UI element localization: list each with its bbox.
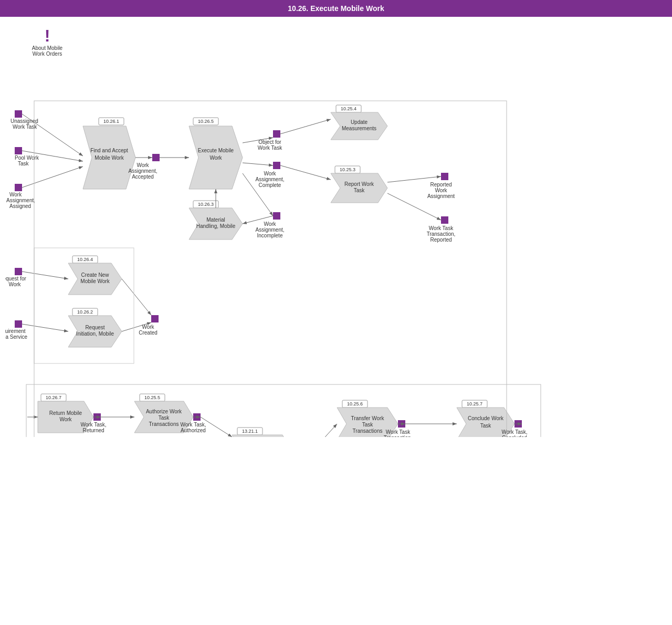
svg-text:Concluded: Concluded xyxy=(502,435,527,437)
svg-text:Mobile Work: Mobile Work xyxy=(80,278,110,284)
svg-text:Assigned: Assigned xyxy=(9,203,31,209)
svg-line-77 xyxy=(22,324,68,331)
svg-text:Transaction,: Transaction, xyxy=(427,231,456,237)
header-title: 10.26. Execute Mobile Work xyxy=(288,4,384,13)
svg-text:Transactions: Transactions xyxy=(353,428,383,434)
svg-text:Handling, Mobile: Handling, Mobile xyxy=(196,223,236,229)
svg-text:Mobile Work: Mobile Work xyxy=(94,155,124,161)
svg-text:Work Task: Work Task xyxy=(386,429,411,435)
svg-text:10.25.4: 10.25.4 xyxy=(341,106,356,111)
svg-text:10.26.1: 10.26.1 xyxy=(103,119,119,124)
svg-text:Task: Task xyxy=(354,188,365,193)
svg-text:Report Work: Report Work xyxy=(344,181,374,187)
svg-text:for a Service: for a Service xyxy=(5,334,28,340)
svg-text:Update: Update xyxy=(351,119,368,125)
svg-text:10.25.3: 10.25.3 xyxy=(340,167,355,172)
svg-text:Work Task: Work Task xyxy=(429,225,454,231)
svg-text:Assignment,: Assignment, xyxy=(6,197,35,203)
svg-text:10.25.7: 10.25.7 xyxy=(467,401,482,407)
svg-text:Work Task,: Work Task, xyxy=(80,422,106,428)
svg-text:Reported: Reported xyxy=(430,237,452,243)
svg-text:Find and Accept: Find and Accept xyxy=(90,148,128,153)
wa-complete-sq xyxy=(273,162,280,169)
svg-text:Created: Created xyxy=(139,330,158,336)
svg-text:Work: Work xyxy=(209,155,222,161)
header: 10.26. Execute Mobile Work xyxy=(0,0,672,17)
svg-line-5 xyxy=(22,114,83,156)
pool-label: Pool Work xyxy=(15,155,39,161)
svg-text:Measurements: Measurements xyxy=(342,126,376,131)
svg-text:Returned: Returned xyxy=(82,428,104,433)
svg-line-27 xyxy=(280,119,331,134)
svg-text:Object for: Object for xyxy=(258,139,281,145)
svg-text:Task: Task xyxy=(159,415,170,421)
pool-square xyxy=(15,147,22,154)
svg-text:Assignment,: Assignment, xyxy=(255,227,284,233)
svg-text:Transaction,: Transaction, xyxy=(384,435,413,437)
svg-text:Work Task,: Work Task, xyxy=(501,429,527,435)
req-work-sq xyxy=(15,268,22,275)
svg-text:Material: Material xyxy=(206,217,225,223)
svg-text:Request: Request xyxy=(85,325,104,330)
svg-text:10.25.5: 10.25.5 xyxy=(144,395,160,400)
svg-text:Assignment,: Assignment, xyxy=(255,176,284,182)
svg-text:Conclude Work: Conclude Work xyxy=(468,415,504,421)
svg-text:Create New: Create New xyxy=(81,272,110,278)
svg-text:Incomplete: Incomplete xyxy=(257,233,283,238)
work-created-sq xyxy=(151,315,159,322)
svg-text:Work: Work xyxy=(136,162,149,168)
svg-text:Task: Task xyxy=(362,422,374,428)
svg-text:Work: Work xyxy=(59,416,72,422)
svg-text:10.26.3: 10.26.3 xyxy=(198,202,214,207)
svg-text:10.26.5: 10.26.5 xyxy=(198,119,214,124)
svg-text:10.26.2: 10.26.2 xyxy=(77,309,93,315)
wa-assigned-square xyxy=(15,184,22,191)
svg-text:Work: Work xyxy=(264,171,276,176)
svg-line-112 xyxy=(300,424,337,437)
unassigned-square xyxy=(15,110,22,118)
svg-text:Execute Mobile: Execute Mobile xyxy=(198,148,234,153)
svg-text:Request for: Request for xyxy=(5,276,27,282)
svg-text:10.25.6: 10.25.6 xyxy=(347,401,363,407)
svg-text:Complete: Complete xyxy=(259,182,281,188)
svg-text:Transfer Work: Transfer Work xyxy=(351,415,385,421)
svg-text:Requirement: Requirement xyxy=(5,328,26,334)
svg-marker-105 xyxy=(232,435,293,437)
svg-text:Work: Work xyxy=(435,188,447,193)
svg-text:Work Task: Work Task xyxy=(258,145,282,151)
svg-line-7 xyxy=(22,166,83,188)
svg-text:Task: Task xyxy=(480,423,492,429)
req-service-sq xyxy=(15,320,22,328)
obj-work-sq xyxy=(273,130,280,138)
svg-text:Authorize Work: Authorize Work xyxy=(146,409,182,414)
wa-accepted-sq xyxy=(152,154,160,161)
svg-text:Work Task,: Work Task, xyxy=(180,422,206,428)
svg-text:Reported: Reported xyxy=(430,182,452,188)
svg-text:13.21.1: 13.21.1 xyxy=(242,429,258,434)
svg-text:Work: Work xyxy=(264,221,276,227)
diagram-svg: Unassigned Work Task Pool Work Task Work… xyxy=(5,27,667,437)
svg-text:10.26.4: 10.26.4 xyxy=(77,257,93,262)
svg-text:Return Mobile: Return Mobile xyxy=(49,410,82,416)
svg-text:Transactions: Transactions xyxy=(149,421,179,427)
svg-text:Initiation, Mobile: Initiation, Mobile xyxy=(76,331,114,337)
about-label: About Mobile Work Orders xyxy=(26,45,68,57)
reported-wa-sq xyxy=(441,173,448,180)
svg-text:Assignment: Assignment xyxy=(427,193,455,199)
svg-line-36 xyxy=(243,163,273,165)
svg-line-37 xyxy=(280,165,331,180)
wtt-reported-sq xyxy=(441,216,448,224)
svg-text:Assignment,: Assignment, xyxy=(128,168,157,174)
about-mobile-work: ! About Mobile Work Orders xyxy=(26,27,68,57)
svg-line-69 xyxy=(22,272,68,279)
exclamation-icon: ! xyxy=(26,27,68,44)
svg-text:Work: Work xyxy=(8,282,21,287)
svg-text:Task: Task xyxy=(18,161,29,166)
svg-text:Accepted: Accepted xyxy=(132,174,154,180)
svg-text:Work Task: Work Task xyxy=(13,124,37,130)
wa-assigned-label: Work xyxy=(9,192,22,197)
svg-text:Authorized: Authorized xyxy=(181,428,206,433)
svg-line-80 xyxy=(122,279,151,315)
wa-incomplete-sq xyxy=(273,212,280,220)
svg-text:10.26.7: 10.26.7 xyxy=(46,395,61,400)
